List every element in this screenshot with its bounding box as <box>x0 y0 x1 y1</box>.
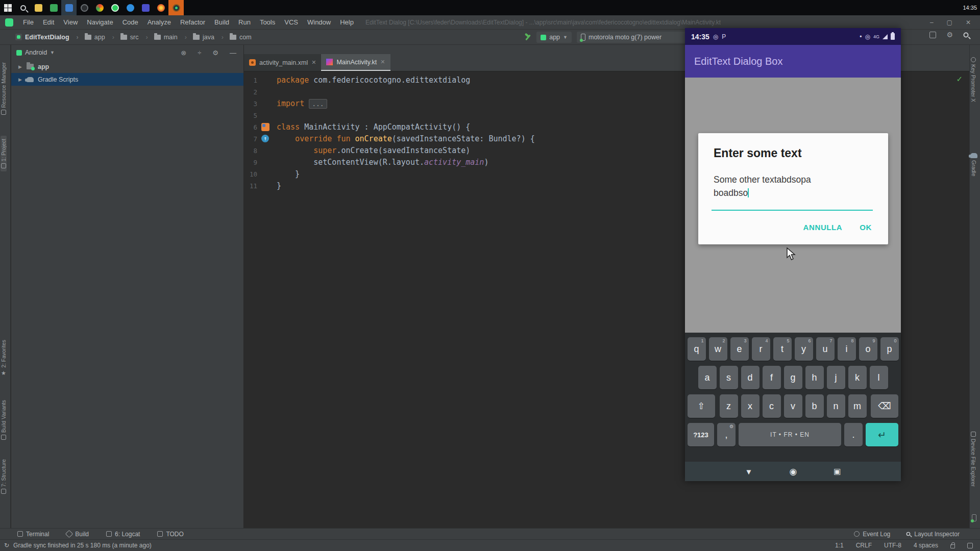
key-s[interactable]: s <box>720 366 738 389</box>
key-x[interactable]: x <box>741 394 760 418</box>
lock-icon[interactable] <box>950 544 955 548</box>
close-button[interactable]: ✕ <box>966 19 971 26</box>
toolwindow-terminal[interactable]: Terminal <box>17 531 49 538</box>
toolwindow-favorites[interactable]: 2: Favorites ★ <box>1 340 7 377</box>
comma-key[interactable]: ⚙, <box>717 423 736 446</box>
taskbar-app-recorder-active[interactable] <box>168 0 184 15</box>
hide-panel-icon[interactable]: — <box>230 49 236 57</box>
toolwindow-structure[interactable]: 7: Structure <box>1 459 7 494</box>
breadcrumb-com[interactable]: com <box>227 34 255 41</box>
event-log-button[interactable]: Event Log <box>854 531 890 538</box>
toolwindow-key-promoter[interactable]: Key Promoter X <box>970 57 976 102</box>
indent-indicator[interactable]: 4 spaces <box>914 542 938 549</box>
key-n[interactable]: n <box>827 394 845 418</box>
enter-key[interactable]: ↵ <box>866 423 898 446</box>
taskbar-app-firefox[interactable] <box>153 0 168 15</box>
key-z[interactable]: z <box>720 394 738 418</box>
dialog-text-input[interactable]: Some other textabdsopa boadbso <box>714 173 870 199</box>
key-c[interactable]: c <box>763 394 781 418</box>
expand-collapse-icon[interactable]: ÷ <box>198 49 201 57</box>
toolwindow-todo[interactable]: TODO <box>157 531 183 538</box>
device-select[interactable]: motorola moto g(7) power <box>577 32 694 43</box>
key-u[interactable]: 7u <box>816 337 835 361</box>
search-everywhere-icon[interactable] <box>964 32 969 37</box>
menu-tools[interactable]: Tools <box>255 18 280 26</box>
toolwindow-logcat[interactable]: 6: Logcat <box>106 531 140 538</box>
key-r[interactable]: 4r <box>752 337 770 361</box>
taskbar-search-button[interactable] <box>15 0 31 15</box>
tab-mainactivity-kt[interactable]: MainActivity.kt ✕ <box>321 54 390 71</box>
taskbar-app-whatsapp[interactable] <box>107 0 122 15</box>
period-key[interactable]: . <box>844 423 863 446</box>
taskbar-app-purple[interactable] <box>138 0 153 15</box>
line-ending-indicator[interactable]: CRLF <box>856 542 872 549</box>
override-method-icon[interactable]: ↑ <box>261 135 269 142</box>
taskbar-app-chrome[interactable] <box>92 0 107 15</box>
key-q[interactable]: 1q <box>688 337 706 361</box>
start-button[interactable] <box>0 0 15 15</box>
key-w[interactable]: 2w <box>709 337 727 361</box>
locate-file-icon[interactable]: ⊗ <box>181 49 186 57</box>
toolwindow-resource-manager[interactable]: Resource Manager <box>1 62 7 115</box>
key-a[interactable]: a <box>698 366 717 389</box>
taskbar-app-green[interactable] <box>46 0 61 15</box>
key-g[interactable]: g <box>784 366 802 389</box>
dialog-cancel-button[interactable]: ANNULLA <box>803 223 843 232</box>
key-i[interactable]: 8i <box>838 337 856 361</box>
inspection-status-icon[interactable]: ✓ <box>956 74 963 84</box>
menu-view[interactable]: View <box>59 18 82 26</box>
layout-inspector-button[interactable]: Layout Inspector <box>905 531 960 538</box>
recents-button[interactable]: ▣ <box>834 467 841 476</box>
menu-analyze[interactable]: Analyze <box>143 18 176 26</box>
tree-item-app[interactable]: ▶ app <box>11 60 243 73</box>
close-tab-icon[interactable]: ✕ <box>311 59 316 66</box>
panel-settings-icon[interactable]: ⚙ <box>212 49 218 57</box>
menu-window[interactable]: Window <box>303 18 335 26</box>
breadcrumb-java[interactable]: java <box>190 34 227 41</box>
menu-file[interactable]: File <box>18 18 38 26</box>
key-p[interactable]: 0p <box>880 337 899 361</box>
key-j[interactable]: j <box>827 366 845 389</box>
key-f[interactable]: f <box>763 366 781 389</box>
tree-item-gradle-scripts[interactable]: ▶ Gradle Scripts <box>11 73 243 86</box>
key-o[interactable]: 9o <box>859 337 877 361</box>
maximize-button[interactable]: ▢ <box>947 19 952 26</box>
key-y[interactable]: 6y <box>795 337 813 361</box>
tab-activity-main-xml[interactable]: activity_main.xml ✕ <box>244 54 321 71</box>
toolwindow-project[interactable]: 1: Project <box>1 136 7 171</box>
breadcrumb-src[interactable]: src <box>117 34 151 41</box>
settings-gear-icon[interactable]: ⚙ <box>946 31 953 39</box>
backspace-key[interactable]: ⌫ <box>871 394 898 418</box>
caret-position[interactable]: 1:1 <box>835 542 844 549</box>
key-b[interactable]: b <box>805 394 824 418</box>
toolwindow-build-variants[interactable]: Build Variants <box>1 400 7 440</box>
key-d[interactable]: d <box>741 366 760 389</box>
space-key[interactable]: IT • FR • EN <box>739 423 841 446</box>
encoding-indicator[interactable]: UTF-8 <box>884 542 901 549</box>
key-l[interactable]: l <box>870 366 888 389</box>
key-e[interactable]: 3e <box>730 337 749 361</box>
key-v[interactable]: v <box>784 394 802 418</box>
taskbar-app-blue-circle[interactable] <box>122 0 138 15</box>
key-t[interactable]: 5t <box>773 337 792 361</box>
build-hammer-icon[interactable] <box>524 34 531 41</box>
shift-key[interactable]: ⇧ <box>688 394 715 418</box>
expand-arrow-icon[interactable]: ▶ <box>18 64 22 69</box>
key-m[interactable]: m <box>848 394 867 418</box>
minimize-button[interactable]: – <box>930 19 934 26</box>
toolwindow-device-file-explorer[interactable]: Device File Explorer <box>970 432 976 487</box>
taskbar-app-explorer[interactable] <box>31 0 46 15</box>
menu-run[interactable]: Run <box>234 18 255 26</box>
toolwindow-build[interactable]: Build <box>66 531 89 538</box>
class-icon[interactable] <box>261 123 270 131</box>
gradle-status-icon[interactable] <box>967 543 973 548</box>
menu-vcs[interactable]: VCS <box>280 18 303 26</box>
breadcrumb-app[interactable]: app <box>82 34 117 41</box>
close-tab-icon[interactable]: ✕ <box>380 59 385 65</box>
menu-build[interactable]: Build <box>210 18 234 26</box>
symbols-key[interactable]: ?123 <box>688 423 714 446</box>
dialog-ok-button[interactable]: OK <box>860 223 872 232</box>
menu-help[interactable]: Help <box>335 18 358 26</box>
status-message[interactable]: ↻ Gradle sync finished in 25 s 180 ms (a… <box>4 542 152 549</box>
toolwindow-emulator[interactable] <box>972 514 976 521</box>
